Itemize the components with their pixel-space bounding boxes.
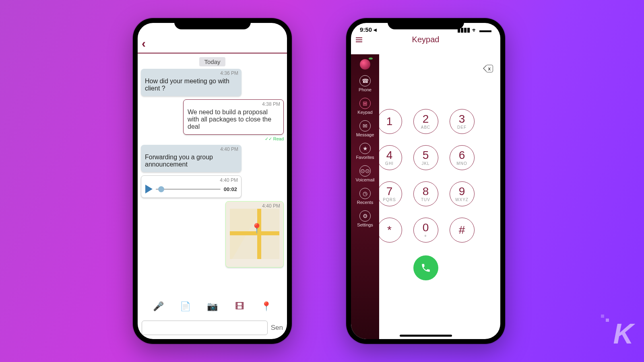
watermark: K [613,318,632,350]
phone-keypad: 9:50 ◂ ▮▮▮▮ ᯤ ▬▬ Keypad x ☎Phone ⊞Keypad… [346,18,505,344]
key-8[interactable]: 8TUV [413,181,438,206]
key-digit: 0 [423,222,429,233]
status-icons: ▮▮▮▮ ᯤ ▬▬ [457,26,491,33]
battery-icon: ▬▬ [479,27,491,33]
key-letters: MNO [456,161,467,166]
send-button[interactable]: Sen [271,324,283,332]
key-2[interactable]: 2ABC [413,109,438,134]
settings-icon: ⚙ [359,210,371,222]
key-*[interactable]: * [377,218,402,243]
sidebar-item-phone[interactable]: ☎Phone [359,75,372,92]
key-digit: 8 [423,186,429,197]
map-message[interactable]: 4:40 PM 📍 [225,201,284,267]
sidebar-item-recents[interactable]: ◷Recents [357,188,373,205]
menu-icon[interactable] [356,37,362,42]
keypad-icon: ⊞ [359,98,371,109]
key-letters: WXYZ [455,197,469,202]
voice-message[interactable]: 4:40 PM 00:02 [141,175,242,198]
message-in[interactable]: 4:40 PM Forwarding you a group announcem… [141,145,242,172]
sidebar-item-favorites[interactable]: ★Favorites [356,143,374,160]
video-icon[interactable]: 🎞 [233,300,246,313]
msg-timestamp: 4:40 PM [262,203,280,209]
key-letters: PQRS [383,197,396,202]
key-6[interactable]: 6MNO [450,145,475,170]
key-letters: GHI [385,161,394,166]
audio-duration: 00:02 [224,186,237,192]
message-input[interactable] [142,321,268,335]
key-digit: 7 [386,186,393,197]
key-0[interactable]: 0+ [413,218,438,243]
message-out[interactable]: 4:38 PM We need to build a proposal with… [183,99,284,135]
page-title: Keypad [351,35,500,44]
keypad-screen: 9:50 ◂ ▮▮▮▮ ᯤ ▬▬ Keypad x ☎Phone ⊞Keypad… [351,23,500,339]
compose-bar: Sen [142,321,283,335]
key-letters: TUV [421,197,430,202]
camera-icon[interactable]: 📷 [206,300,219,313]
key-digit: 4 [386,150,393,161]
sidebar-item-voicemail[interactable]: ⊙⊙Voicemail [355,165,374,182]
key-digit: 6 [459,150,465,161]
phone-chat: ‹ Today 4:36 PM How did your meeting go … [133,18,292,344]
key-7[interactable]: 7PQRS [377,181,402,206]
attachment-toolbar: 🎤 📄 📷 🎞 📍 [138,299,287,314]
map-pin-icon: 📍 [251,223,263,234]
sidebar-item-keypad[interactable]: ⊞Keypad [357,98,372,115]
key-digit: 9 [459,186,465,197]
key-4[interactable]: 4GHI [377,145,402,170]
play-icon[interactable] [145,185,153,193]
audio-thumb[interactable] [158,186,164,192]
key-letters: JKL [421,161,429,166]
key-#[interactable]: # [450,218,475,243]
backspace-icon[interactable]: x [486,65,493,72]
key-digit: * [387,224,392,236]
file-icon[interactable]: 📄 [180,300,192,313]
key-letters: + [424,234,427,238]
key-digit: 3 [459,113,465,125]
msg-timestamp: 4:36 PM [220,70,238,76]
back-icon[interactable]: ‹ [142,37,146,50]
location-icon[interactable]: 📍 [260,300,272,313]
voicemail-icon: ⊙⊙ [359,165,371,177]
sidebar-item-message[interactable]: ✉Message [356,120,374,137]
star-icon: ★ [359,143,371,154]
day-separator: Today [141,58,284,66]
key-digit: 1 [386,116,393,127]
key-digit: 5 [423,150,429,161]
map-thumbnail: 📍 [230,209,279,259]
key-5[interactable]: 5JKL [413,145,438,170]
chat-body: Today 4:36 PM How did your meeting go wi… [138,53,287,273]
home-indicator[interactable] [400,335,452,337]
msg-timestamp: 4:40 PM [220,177,238,183]
app-logo-icon[interactable] [360,59,370,70]
sidebar: ☎Phone ⊞Keypad ✉Message ★Favorites ⊙⊙Voi… [351,54,379,339]
key-digit: # [459,224,465,236]
key-3[interactable]: 3DEF [450,109,475,134]
msg-timestamp: 4:38 PM [262,101,280,107]
notch [388,18,464,29]
msg-text: How did your meeting go with client ? [145,78,229,92]
status-time: 9:50 ◂ [360,26,377,33]
clock-icon: ◷ [359,188,371,199]
wifi-icon: ᯤ [472,27,478,33]
key-9[interactable]: 9WXYZ [450,181,475,206]
key-1[interactable]: 1 [377,109,402,134]
msg-timestamp: 4:40 PM [220,146,238,152]
key-digit: 2 [423,113,429,125]
audio-track[interactable] [156,189,221,190]
msg-text: Forwarding you a group announcement [145,154,213,168]
notch [174,18,251,29]
call-button[interactable] [413,255,438,280]
phone-icon [421,263,431,273]
chat-screen: ‹ Today 4:36 PM How did your meeting go … [138,23,287,339]
msg-text: We need to build a proposal with all pac… [188,109,271,130]
read-receipt: ✓✓ Read [141,136,284,142]
sidebar-item-settings[interactable]: ⚙Settings [357,210,373,227]
key-letters: DEF [457,125,466,130]
phone-icon: ☎ [359,75,371,86]
message-in[interactable]: 4:36 PM How did your meeting go with cli… [141,69,242,96]
message-icon: ✉ [359,120,371,132]
key-letters: ABC [421,125,431,130]
mic-icon[interactable]: 🎤 [153,300,165,313]
